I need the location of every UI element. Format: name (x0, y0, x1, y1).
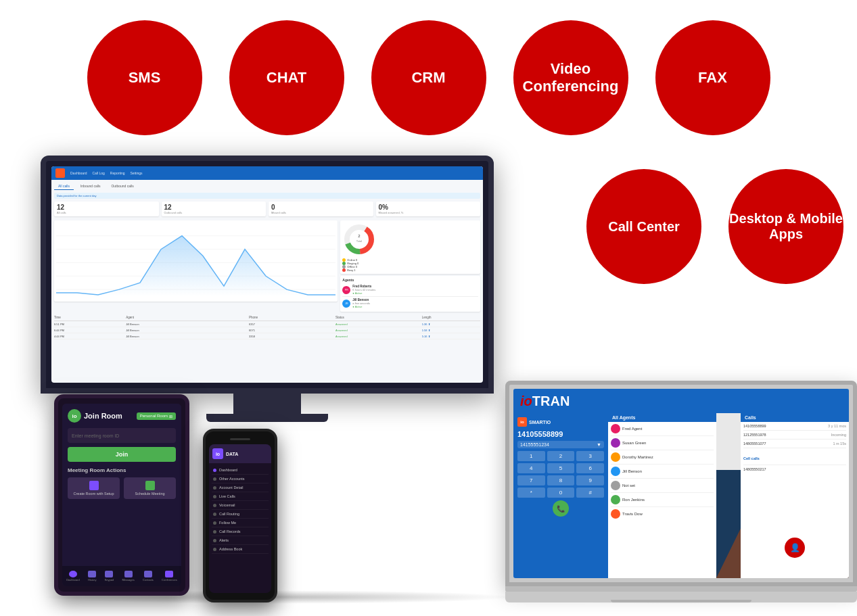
dialpad-key-0[interactable]: 0 (547, 488, 575, 498)
contacts-icon (144, 571, 152, 577)
phone-menu-alerts[interactable]: Alerts (212, 536, 269, 545)
nav-reporting[interactable]: Reporting (110, 171, 125, 175)
stat-missed-pct-value: 0% (379, 204, 478, 211)
stat-missed-pct: 0% Missed answered, % (376, 202, 481, 216)
circle-desktop-mobile[interactable]: Desktop & Mobile Apps (728, 169, 843, 284)
phone-menu-other-accounts[interactable]: Other Accounts (212, 475, 269, 483)
tablet-room-id-input[interactable]: Enter meeting room ID (68, 428, 176, 443)
phone-menu-call-routing[interactable]: Call Routing (212, 510, 269, 519)
laptop-contacts-panel: All Agents Fred Agent Susan Green (608, 413, 716, 578)
contact-item[interactable]: Not set (611, 479, 714, 493)
stat-missed: 0 Missed calls (269, 202, 373, 216)
laptop-brand-io: io (520, 394, 532, 409)
tablet-nav-conferences[interactable]: Conferences (162, 571, 177, 582)
laptop-base (505, 592, 857, 602)
tab-outbound[interactable]: Outbound calls (107, 183, 137, 190)
phone-menu-follow-me[interactable]: Follow Me (212, 519, 269, 527)
laptop-hinge (505, 586, 857, 592)
menu-dot-follow (213, 521, 216, 525)
svg-text:Total: Total (356, 239, 363, 243)
messages-icon (124, 571, 133, 577)
dialpad-key-3[interactable]: 3 (576, 451, 604, 461)
phone-menu-dashboard[interactable]: Dashboard (212, 466, 269, 475)
contact-item[interactable]: Fred Agent (611, 422, 714, 436)
nav-settings[interactable]: Settings (131, 171, 143, 175)
tab-inbound[interactable]: Inbound calls (76, 183, 104, 190)
nav-dashboard[interactable]: Dashboard (70, 171, 87, 175)
circle-sms[interactable]: SMS (87, 20, 202, 135)
stat-missed-value: 0 (271, 204, 371, 211)
stat-outbound: 12 Outbound calls (162, 202, 267, 216)
monitor-base (206, 414, 328, 422)
dialpad-key-9[interactable]: 9 (576, 475, 604, 485)
dashboard-navbar: Dashboard Call Log Reporting Settings (51, 166, 483, 180)
laptop-contacts-header: All Agents (608, 413, 716, 422)
contact-item[interactable]: Susan Green (611, 436, 714, 450)
circle-crm[interactable]: CRM (371, 20, 486, 135)
tablet-create-room-btn[interactable]: Create Room with Setup (68, 477, 120, 499)
dialpad-key-2[interactable]: 2 (547, 451, 575, 461)
history-icon (88, 571, 96, 577)
circle-fax[interactable]: FAX (655, 20, 770, 135)
tablet-join-room-title: Join Room (84, 412, 122, 420)
laptop-calls-header: Calls (741, 413, 849, 422)
tablet-schedule-label: Schedule Meeting (135, 492, 164, 496)
menu-dot-routing (213, 513, 216, 516)
dialpad-key-6[interactable]: 6 (576, 463, 604, 473)
tablet-join-button[interactable]: Join (68, 447, 176, 462)
feature-circles-top: SMS CHAT CRM Video Conferencing FAX (0, 0, 857, 135)
dashboard-ui: Dashboard Call Log Reporting Settings Al… (51, 166, 483, 383)
dialpad-key-4[interactable]: 4 (517, 463, 545, 473)
phone-menu-call-records[interactable]: Call Records (212, 527, 269, 536)
phone-device: io DATA Dashboard Other Accounts Account… (203, 429, 277, 602)
conferences-icon (165, 571, 173, 577)
tablet-ui: io Join Room Personal Room ⊞ Enter meeti… (62, 404, 181, 586)
monitor-stand (233, 394, 301, 414)
dialpad-key-5[interactable]: 5 (547, 463, 575, 473)
contact-item[interactable]: Jill Benson (611, 465, 714, 479)
tablet-device: io Join Room Personal Room ⊞ Enter meeti… (54, 394, 189, 596)
tablet-room-id-placeholder: Enter meeting room ID (72, 433, 119, 438)
tablet-personal-room-btn[interactable]: Personal Room ⊞ (137, 412, 176, 420)
tablet-nav-contacts[interactable]: Contacts (143, 571, 154, 582)
phone-menu-account-detail[interactable]: Account Detail (212, 483, 269, 492)
dialpad-key-star[interactable]: * (517, 488, 545, 498)
tablet-frame: io Join Room Personal Room ⊞ Enter meeti… (54, 394, 189, 596)
phone-menu-voicemail-label: Voicemail (219, 503, 235, 507)
call-section-header: Cell calls (743, 448, 846, 465)
contact-item[interactable]: Travis Dow (611, 507, 714, 521)
tablet-schedule-meeting-btn[interactable]: Schedule Meeting (124, 477, 176, 499)
laptop-call-button[interactable]: 📞 (553, 500, 569, 517)
phone-menu-address-book[interactable]: Address Book (212, 545, 269, 554)
contact-item[interactable]: Ron Jenkins (611, 493, 714, 507)
svg-text:2: 2 (358, 234, 361, 238)
dashboard-content: All calls Inbound calls Outbound calls D… (51, 180, 483, 342)
circle-chat[interactable]: CHAT (229, 20, 344, 135)
circle-video-conferencing[interactable]: Video Conferencing (513, 20, 628, 135)
phone-menu-voicemail[interactable]: Voicemail (212, 501, 269, 510)
phone-menu-live-calls[interactable]: Live Calls (212, 492, 269, 501)
laptop-active-call: 👤 (743, 538, 846, 558)
tablet-nav-dashboard[interactable]: Dashboard (66, 571, 80, 582)
dashboard-right-panel: 2 Total Online 0 Ringing 0 Offline 0 Bus… (340, 220, 480, 312)
call-item: 14805550217 (743, 465, 846, 473)
dialpad-key-1[interactable]: 1 (517, 451, 545, 461)
dialpad-key-8[interactable]: 8 (547, 475, 575, 485)
tablet-nav-keypad[interactable]: Keypad (105, 571, 114, 582)
svg-marker-5 (56, 236, 335, 296)
tablet-nav-history[interactable]: History (88, 571, 96, 582)
tab-all-calls[interactable]: All calls (54, 183, 74, 190)
phone-ui: io DATA Dashboard Other Accounts Account… (209, 444, 271, 593)
phone-menu-live-calls-label: Live Calls (219, 494, 235, 498)
laptop-content: io SMARTIO 14105558899 14155551234 ▼ 1 2 (513, 413, 849, 578)
contact-item[interactable]: Dorothy Martinez (611, 450, 714, 465)
stat-missed-pct-label: Missed answered, % (379, 211, 478, 214)
circle-call-center[interactable]: Call Center (586, 169, 701, 284)
dialpad-key-7[interactable]: 7 (517, 475, 545, 485)
tablet-nav-conferences-label: Conferences (162, 578, 177, 582)
dialpad-key-hash[interactable]: # (576, 488, 604, 498)
keypad-icon (105, 571, 113, 577)
tablet-nav-keypad-label: Keypad (105, 578, 114, 582)
nav-calllog[interactable]: Call Log (92, 171, 104, 175)
tablet-nav-messages[interactable]: Messages (122, 571, 135, 582)
